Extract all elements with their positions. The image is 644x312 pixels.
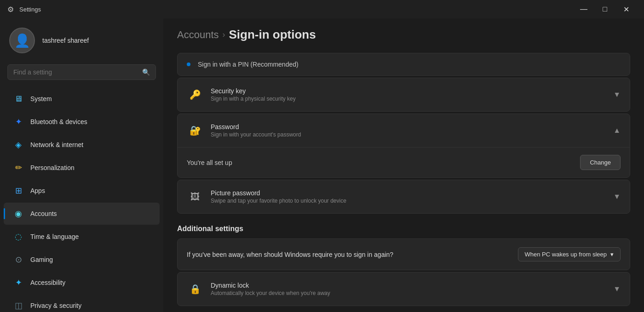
sidebar: 👤 tashreef shareef 🔍 🖥 System ✦ Bluetoot…: [0, 18, 163, 312]
network-icon: ◈: [13, 139, 24, 150]
sidebar-item-gaming[interactable]: ⊙ Gaming: [4, 249, 160, 271]
avatar: 👤: [9, 28, 35, 53]
sidebar-item-label-accounts: Accounts: [30, 210, 57, 217]
sidebar-item-label-privacy: Privacy & security: [30, 302, 81, 309]
change-password-button[interactable]: Change: [580, 155, 621, 170]
time-icon: ◌: [13, 231, 24, 242]
username-label: tashreef shareef: [42, 37, 89, 44]
signin-dropdown-value: When PC wakes up from sleep: [525, 251, 607, 258]
search-box[interactable]: 🔍: [7, 64, 156, 80]
close-button[interactable]: ✕: [615, 0, 637, 18]
security-key-desc: Sign in with a physical security key: [211, 96, 613, 102]
sidebar-item-privacy[interactable]: ◫ Privacy & security: [4, 295, 160, 312]
signin-question: If you've been away, when should Windows…: [187, 251, 393, 258]
sidebar-item-apps[interactable]: ⊞ Apps: [4, 180, 160, 202]
sidebar-item-label-system: System: [30, 95, 52, 102]
picture-password-chevron: ▼: [613, 193, 621, 201]
user-section: 👤 tashreef shareef: [0, 18, 163, 61]
password-text: Password Sign in with your account's pas…: [211, 123, 613, 138]
sidebar-item-label-bluetooth: Bluetooth & devices: [30, 118, 87, 125]
settings-icon: ⚙: [7, 5, 14, 14]
sidebar-item-network[interactable]: ◈ Network & internet: [4, 134, 160, 156]
pin-dot: [187, 62, 190, 66]
system-icon: 🖥: [13, 93, 24, 104]
dynamic-lock-title: Dynamic lock: [211, 282, 613, 289]
sidebar-item-label-time: Time & language: [30, 233, 79, 240]
password-chevron: ▲: [613, 126, 621, 135]
breadcrumb: Accounts › Sign-in options: [177, 28, 630, 42]
maximize-button[interactable]: □: [594, 0, 615, 18]
picture-password-title: Picture password: [211, 189, 613, 197]
security-key-row[interactable]: 🔑 Security key Sign in with a physical s…: [178, 78, 630, 111]
dynamic-lock-desc: Automatically lock your device when you'…: [211, 290, 613, 296]
password-row[interactable]: 🔐 Password Sign in with your account's p…: [178, 114, 630, 147]
bluetooth-icon: ✦: [13, 116, 24, 127]
picture-password-row[interactable]: 🖼 Picture password Swipe and tap your fa…: [178, 180, 630, 213]
pin-text: Sign in with a PIN (Recommended): [198, 61, 299, 68]
password-icon: 🔐: [187, 122, 203, 139]
signin-dropdown-chevron: ▾: [610, 251, 614, 258]
pin-card[interactable]: Sign in with a PIN (Recommended): [177, 53, 630, 76]
search-input[interactable]: [13, 68, 142, 76]
security-key-title: Security key: [211, 87, 613, 95]
password-desc: Sign in with your account's password: [211, 131, 613, 138]
password-title: Password: [211, 123, 613, 130]
breadcrumb-parent[interactable]: Accounts: [177, 29, 219, 41]
personalization-icon: ✏: [13, 162, 24, 173]
password-expanded: You're all set up Change: [178, 147, 630, 177]
picture-password-icon: 🖼: [187, 188, 203, 205]
sidebar-item-time[interactable]: ◌ Time & language: [4, 226, 160, 248]
sidebar-item-label-accessibility: Accessibility: [30, 279, 65, 286]
password-card: 🔐 Password Sign in with your account's p…: [177, 113, 630, 178]
window-title: Settings: [19, 6, 41, 13]
gaming-icon: ⊙: [13, 254, 24, 265]
sidebar-item-accounts[interactable]: ◉ Accounts: [4, 203, 160, 225]
breadcrumb-separator: ›: [223, 30, 225, 40]
dynamic-lock-chevron: ▼: [613, 285, 621, 293]
password-status: You're all set up: [187, 159, 232, 166]
minimize-button[interactable]: —: [573, 0, 594, 18]
picture-password-text: Picture password Swipe and tap your favo…: [211, 189, 613, 204]
security-key-text: Security key Sign in with a physical sec…: [211, 87, 613, 102]
sidebar-item-label-gaming: Gaming: [30, 256, 53, 263]
window-controls: — □ ✕: [573, 0, 637, 18]
sidebar-item-system[interactable]: 🖥 System: [4, 88, 160, 110]
search-icon: 🔍: [142, 68, 150, 76]
picture-password-desc: Swipe and tap your favorite photo to unl…: [211, 198, 613, 204]
security-key-chevron: ▼: [613, 91, 621, 99]
sidebar-item-label-personalization: Personalization: [30, 164, 75, 171]
sidebar-item-bluetooth[interactable]: ✦ Bluetooth & devices: [4, 111, 160, 133]
dynamic-lock-card: 🔒 Dynamic lock Automatically lock your d…: [177, 272, 630, 306]
privacy-icon: ◫: [13, 300, 24, 311]
main-layout: 👤 tashreef shareef 🔍 🖥 System ✦ Bluetoot…: [0, 18, 644, 312]
security-key-icon: 🔑: [187, 86, 203, 103]
accessibility-icon: ✦: [13, 277, 24, 288]
content-area: Accounts › Sign-in options Sign in with …: [163, 18, 644, 312]
apps-icon: ⊞: [13, 185, 24, 196]
sidebar-item-personalization[interactable]: ✏ Personalization: [4, 157, 160, 179]
sidebar-item-accessibility[interactable]: ✦ Accessibility: [4, 272, 160, 294]
accounts-icon: ◉: [13, 208, 24, 219]
titlebar: ⚙ Settings — □ ✕: [0, 0, 644, 18]
sidebar-item-label-apps: Apps: [30, 187, 45, 194]
sidebar-item-label-network: Network & internet: [30, 141, 83, 148]
dynamic-lock-icon: 🔒: [187, 281, 203, 297]
signin-dropdown[interactable]: When PC wakes up from sleep ▾: [518, 247, 621, 261]
dynamic-lock-row[interactable]: 🔒 Dynamic lock Automatically lock your d…: [178, 272, 630, 306]
signin-dropdown-row: If you've been away, when should Windows…: [177, 238, 630, 270]
additional-settings-label: Additional settings: [177, 225, 630, 233]
picture-password-card: 🖼 Picture password Swipe and tap your fa…: [177, 180, 630, 214]
security-key-card: 🔑 Security key Sign in with a physical s…: [177, 78, 630, 112]
dynamic-lock-text: Dynamic lock Automatically lock your dev…: [211, 282, 613, 296]
breadcrumb-current: Sign-in options: [229, 28, 316, 42]
